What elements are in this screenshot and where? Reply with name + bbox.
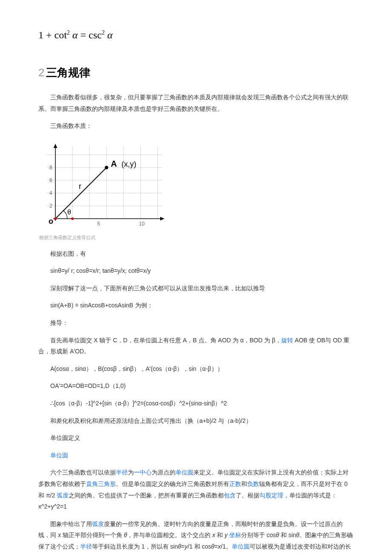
link-contain[interactable]: 包含 [224, 492, 236, 499]
link-pythagorean[interactable]: 勾股定理 [259, 492, 283, 499]
svg-point-15 [105, 166, 108, 169]
pythagorean-identity-formula: 1 + cot2 α = csc2 α [38, 26, 354, 45]
paragraph-essence-label: 三角函数本质： [38, 120, 354, 132]
p16-i4: y [225, 532, 228, 538]
svg-text:r: r [79, 182, 81, 191]
para-p3: 根据右图，有 [38, 248, 354, 260]
graph-caption: 根据三角函数定义推导公式 [39, 233, 354, 242]
p15-i: 了。根据 [236, 492, 259, 499]
svg-text:(x,y): (x,y) [121, 160, 136, 168]
svg-text:4: 4 [49, 190, 52, 196]
p16-g: 和 sin [279, 532, 296, 538]
paragraph-intro: 三角函数看似很多，很复杂，但只要掌握了三角函数的本质及内部规律就会发现三角函数各… [38, 92, 354, 114]
link-rotate[interactable]: 旋转 [281, 337, 293, 344]
link-coordinate[interactable]: 坐标 [228, 532, 241, 538]
link-positive[interactable]: 正数 [229, 480, 241, 487]
p15-a: 六个三角函数也可以依据 [50, 469, 116, 476]
link-one[interactable]: 一 [134, 469, 140, 476]
para-p5: 深刻理解了这一点，下面所有的三角公式都可以从这里出发推导出来，比如以推导 [38, 283, 354, 294]
para-p10: OA'=OA=OB=OD=1,D（1,0) [38, 380, 354, 392]
link-radius-2[interactable]: 半径 [80, 543, 92, 550]
section-title: 三角规律 [46, 66, 90, 79]
p16-i5: θ [276, 532, 280, 538]
svg-point-17 [71, 217, 74, 220]
p15-b: 为 [128, 469, 134, 476]
para-p12: 和差化积及积化和差用还原法结合上面公式可推出（换（a+b)/2 与（a-b)/2… [38, 415, 354, 427]
para-p16: 图象中给出了用弧度度量的一些常见的角。逆时针方向的度量是正角，而顺时针的度量是负… [38, 518, 354, 555]
p8-text-a: 首先画单位圆交 X 轴于 C，D，在单位圆上有任意 A，B 点。角 AOD 为 … [50, 337, 281, 344]
svg-text:A: A [111, 159, 117, 168]
svg-point-16 [54, 217, 57, 220]
p16-e: 和 [215, 532, 225, 538]
para-p13: 单位圆定义 [38, 432, 354, 444]
p15-f: 和 [241, 480, 247, 487]
link-right-triangle[interactable]: 直角三角形 [86, 480, 116, 487]
link-negative[interactable]: 负数 [247, 480, 259, 487]
p16-i7: θ [178, 543, 181, 550]
p15-c: 为原点的 [152, 469, 176, 476]
p16-f: 分别等于 cos [241, 532, 276, 538]
svg-text:8: 8 [49, 165, 52, 171]
link-radian-2[interactable]: 弧度 [92, 520, 104, 527]
p16-i: 等于斜边且长度为 1，所以有 sin [92, 543, 178, 550]
link-center[interactable]: 中心 [140, 469, 152, 476]
svg-text:o: o [49, 217, 53, 225]
svg-text:5: 5 [97, 221, 100, 227]
svg-text:6: 6 [49, 177, 52, 183]
p16-i1: x [58, 532, 61, 538]
para-p7: 推导： [38, 317, 354, 329]
link-radian-1[interactable]: 弧度 [57, 492, 69, 499]
p16-k: /1 和 cos [187, 543, 211, 550]
para-p15: 六个三角函数也可以依据半径为一中心为原点的单位圆来定义。单位圆定义在实际计算上没… [38, 467, 354, 512]
section-number: 2 [38, 66, 44, 79]
link-unit-circle-2[interactable]: 单位圆 [176, 469, 193, 476]
link-unit-circle-1[interactable]: 单位圆 [50, 452, 68, 459]
p15-e: 。但是单位圆定义的确允许三角函数对所有 [116, 480, 229, 487]
svg-text:2: 2 [49, 203, 52, 209]
para-p9: A(cosα，sinα），B(cosβ，sinβ），A'(cos（α-β），si… [38, 363, 354, 375]
section-2-heading: 2三角规律 [38, 62, 354, 83]
svg-text:θ: θ [67, 208, 71, 216]
p16-i9: θ [211, 543, 215, 550]
p16-c: 轴正半部分得到一个角 [61, 532, 124, 538]
trig-definition-graph: A (x,y) r θ o 5 10 2 4 6 8 [38, 138, 166, 231]
para-p8: 首先画单位圆交 X 轴于 C，D，在单位圆上有任意 A，B 点。角 AOD 为 … [38, 335, 354, 357]
para-p11: ∴[cos（α-β）-1]^2+[sin（α-β）]^2=(cosα-cosβ）… [38, 398, 354, 409]
p16-d: ，并与单位圆相交。这个交点的 [127, 532, 212, 538]
para-p14: 单位圆 [38, 450, 354, 461]
link-radius-1[interactable]: 半径 [116, 469, 128, 476]
p16-a: 图象中给出了用 [50, 520, 92, 527]
para-p6: sin(A+B) = sinAcosB+cosAsinB 为例： [38, 300, 354, 311]
p16-m: /1。 [221, 543, 232, 550]
p15-h: 之间的角。它也提供了一个图象，把所有重要的三角函数都 [69, 492, 224, 499]
svg-text:10: 10 [139, 221, 145, 227]
para-p4: sinθ=y/ r; cosθ=x/r; tanθ=y/x; cotθ=x/y [38, 265, 354, 277]
link-unit-circle-3[interactable]: 单位圆 [232, 543, 250, 550]
